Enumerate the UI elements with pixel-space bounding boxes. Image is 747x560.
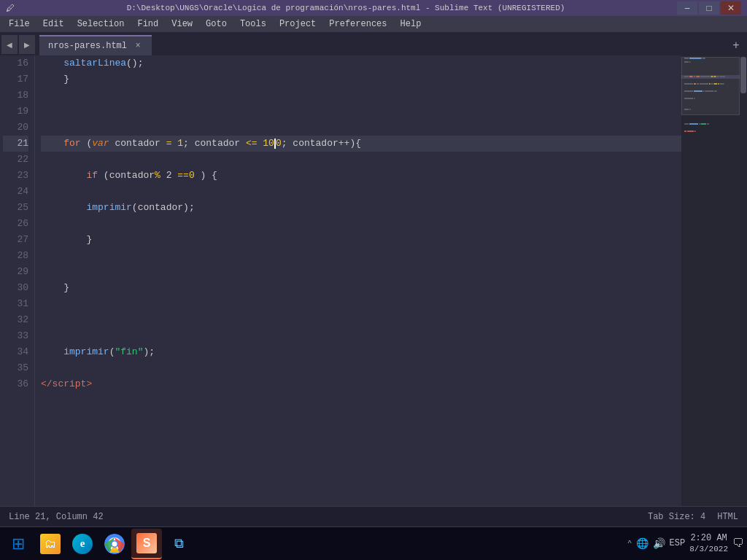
minimap — [681, 55, 740, 506]
code-line-29 — [41, 264, 681, 280]
editor: 1617181920212223242526272829303132333435… — [0, 55, 747, 506]
tabbar: ◀ ▶ nros-pares.html × + — [0, 32, 747, 55]
menu-help[interactable]: Help — [395, 18, 427, 31]
code-line-30: } — [41, 280, 681, 296]
code-line-18 — [41, 88, 681, 104]
status-position: Line 21, Column 42 — [9, 512, 104, 522]
nav-back-button[interactable]: ◀ — [1, 35, 18, 54]
menu-preferences[interactable]: Preferences — [323, 18, 392, 31]
status-right: Tab Size: 4 HTML — [648, 512, 738, 522]
code-line-24 — [41, 184, 681, 200]
token-kw-var: var — [92, 136, 109, 152]
sublime-button[interactable]: S — [131, 529, 162, 559]
language-badge: ESP — [670, 538, 686, 548]
token-punct: ) { — [195, 168, 217, 184]
tab-close-button[interactable]: × — [133, 41, 143, 51]
token-punct: } — [63, 71, 69, 88]
token-ident: 2 — [160, 168, 172, 184]
language: HTML — [717, 512, 738, 522]
code-line-17: } — [41, 71, 681, 88]
token-num: 0 — [276, 136, 282, 152]
chevron-button[interactable]: ^ — [627, 539, 631, 548]
code-line-16: saltarLinea(); — [41, 55, 681, 71]
new-tab-button[interactable]: + — [728, 35, 744, 55]
code-line-26 — [41, 216, 681, 232]
file-manager-icon: 🗂 — [40, 534, 61, 554]
token-fn: imprimir — [86, 200, 131, 216]
tab-file[interactable]: nros-pares.html × — [39, 35, 152, 55]
network-icon: 🌐 — [636, 537, 649, 550]
code-area[interactable]: saltarLinea(); } for (var contador = 1; … — [35, 55, 681, 506]
token-punct: ( — [109, 344, 115, 360]
chrome-button[interactable] — [99, 529, 130, 559]
menu-tools[interactable]: Tools — [234, 18, 272, 31]
token-punct: } — [63, 280, 69, 296]
code-line-19 — [41, 104, 681, 120]
menu-find[interactable]: Find — [131, 18, 164, 31]
titlebar: 🖊 D:\Desktop\UNGS\Oracle\Logica de progr… — [0, 0, 747, 16]
menu-edit[interactable]: Edit — [37, 18, 70, 31]
code-line-32 — [41, 312, 681, 328]
menubar: File Edit Selection Find View Goto Tools… — [0, 16, 747, 32]
token-num: 0 — [189, 168, 195, 184]
titlebar-title: D:\Desktop\UNGS\Oracle\Logica de program… — [15, 4, 677, 12]
file-manager-button[interactable]: 🗂 — [35, 529, 66, 559]
menu-selection[interactable]: Selection — [71, 18, 131, 31]
nav-forward-button[interactable]: ▶ — [19, 35, 35, 54]
token-punct: ; — [282, 136, 287, 152]
code-line-36: </script> — [41, 376, 681, 392]
token-punct: ); — [183, 200, 195, 216]
tab-size: Tab Size: 4 — [648, 512, 705, 522]
token-tag: script — [53, 376, 87, 392]
token-punct: ){ — [349, 136, 361, 152]
code-line-20 — [41, 120, 681, 136]
token-punct: ( — [98, 168, 109, 184]
token-str: "fin" — [115, 344, 143, 360]
token-ident: contador — [109, 168, 155, 184]
statusbar: Line 21, Column 42 Tab Size: 4 HTML — [0, 506, 747, 526]
token-op: ++ — [338, 136, 350, 152]
code-line-31 — [41, 296, 681, 312]
scrollbar[interactable] — [740, 55, 747, 506]
code-line-33 — [41, 328, 681, 344]
scrollbar-thumb[interactable] — [740, 57, 746, 93]
chrome-icon — [104, 534, 125, 554]
token-kw-for: for — [63, 136, 80, 152]
token-indent1 — [41, 344, 63, 360]
close-button[interactable]: ✕ — [721, 1, 741, 15]
taskbar: ⊞ 🗂 e S ⧉ ^ 🌐 🔊 ESP 2:2 — [0, 526, 747, 560]
menu-file[interactable]: File — [3, 18, 36, 31]
code-line-21: for (var contador = 1; contador <= 100; … — [41, 136, 681, 152]
code-line-22 — [41, 152, 681, 168]
token-ident: contador — [109, 136, 160, 152]
clock-time: 2:20 AM — [689, 533, 728, 545]
menu-project[interactable]: Project — [274, 18, 322, 31]
minimize-button[interactable]: – — [677, 1, 697, 15]
tab-label: nros-pares.html — [48, 41, 127, 51]
token-num: 10 — [258, 136, 274, 152]
menu-goto[interactable]: Goto — [200, 18, 233, 31]
token-punct: ( — [81, 136, 93, 152]
token-indent1 — [41, 71, 63, 88]
window-controls: – □ ✕ — [677, 1, 741, 15]
maximize-button[interactable]: □ — [699, 1, 719, 15]
notification-button[interactable]: 🗨 — [732, 537, 744, 550]
start-button[interactable]: ⊞ — [3, 529, 34, 559]
task-view-button[interactable]: ⧉ — [163, 529, 194, 559]
line-numbers: 1617181920212223242526272829303132333435… — [0, 55, 35, 506]
edge-button[interactable]: e — [67, 529, 98, 559]
edge-icon: e — [72, 534, 93, 554]
token-punct: ( — [132, 200, 138, 216]
clock-date: 8/3/2022 — [689, 544, 728, 554]
code-line-35 — [41, 360, 681, 376]
token-tag: </ — [41, 376, 53, 392]
token-punct: } — [86, 232, 92, 248]
token-ident: contador — [287, 136, 338, 152]
token-ident: contador — [138, 200, 183, 216]
token-indent2 — [41, 232, 86, 248]
token-fn: saltarLinea — [63, 55, 126, 71]
token-punct: (); — [126, 55, 143, 71]
menu-view[interactable]: View — [166, 18, 198, 31]
token-punct: ); — [143, 344, 155, 360]
token-op: = — [160, 136, 172, 152]
